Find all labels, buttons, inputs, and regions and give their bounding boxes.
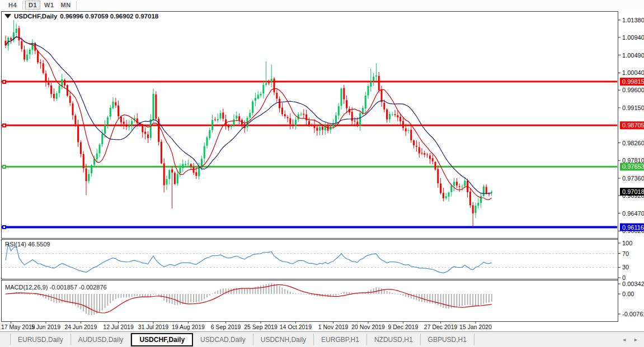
svg-text:25 Sep 2019: 25 Sep 2019 <box>244 324 278 330</box>
svg-text:9 Dec 2019: 9 Dec 2019 <box>388 324 419 330</box>
svg-text:1.00040: 1.00040 <box>622 69 644 76</box>
chart-tab-usdcnh[interactable]: USDCNH,Daily <box>253 334 314 345</box>
mt4-window: H4D1W1MN 1.013801.009401.004901.000400.9… <box>0 0 644 347</box>
timeframe-button-mn[interactable]: MN <box>58 1 74 9</box>
svg-text:1.00940: 1.00940 <box>622 34 644 41</box>
timeframe-button-h4[interactable]: H4 <box>5 1 20 9</box>
chart-tab-usdchf[interactable]: USDCHF,Daily <box>131 333 193 346</box>
timeframe-toolbar: H4D1W1MN <box>0 0 644 11</box>
svg-text:17 May 2019: 17 May 2019 <box>1 324 35 330</box>
svg-text:15 Jan 2020: 15 Jan 2020 <box>459 324 492 330</box>
svg-text:1.01380: 1.01380 <box>622 17 644 23</box>
svg-text:0.98260: 0.98260 <box>622 140 644 146</box>
svg-text:0.96470: 0.96470 <box>622 210 644 217</box>
chart-tab-audusd[interactable]: AUDUSD,Daily <box>71 334 131 345</box>
svg-text:6 Sep 2019: 6 Sep 2019 <box>211 324 241 330</box>
chart-tab-nzdusd[interactable]: NZDUSD,H1 <box>367 334 421 345</box>
chart-shift-icon <box>4 14 11 18</box>
svg-text:100: 100 <box>622 240 632 246</box>
chart-tab-usdcad[interactable]: USDCAD,Daily <box>193 334 253 345</box>
chart-window[interactable]: 1.013801.009401.004901.000400.996000.991… <box>0 10 644 331</box>
chart-tab-eurgbp[interactable]: EURGBP,H1 <box>314 334 367 345</box>
svg-text:27 Dec 2019: 27 Dec 2019 <box>424 324 458 330</box>
svg-text:0.98705: 0.98705 <box>622 122 644 129</box>
symbol-title: USDCHF,Daily <box>14 13 57 20</box>
chart-tab-eurusd[interactable]: EURUSD,Daily <box>10 334 71 345</box>
timeframe-button-d1[interactable]: D1 <box>25 1 40 9</box>
svg-text:31 Jul 2019: 31 Jul 2019 <box>138 324 168 330</box>
macd-indicator-label: MACD(12,26,9) -0.001857 -0.002876 <box>5 284 107 291</box>
chart-tabbar: EURUSD,DailyAUDUSD,DailyUSDCHF,DailyUSDC… <box>0 331 644 347</box>
svg-text:5 Jun 2019: 5 Jun 2019 <box>31 324 60 330</box>
svg-text:1 Nov 2019: 1 Nov 2019 <box>318 324 349 330</box>
svg-text:-0.007615: -0.007615 <box>622 311 644 317</box>
rsi-indicator-label: RSI(14) 46.5509 <box>5 241 50 248</box>
svg-text:0.97653: 0.97653 <box>622 163 644 170</box>
svg-text:0.99815: 0.99815 <box>622 78 644 85</box>
toolbar-separator <box>76 1 77 9</box>
svg-text:19 Aug 2019: 19 Aug 2019 <box>172 324 205 330</box>
svg-text:12 Jul 2019: 12 Jul 2019 <box>103 324 133 330</box>
tabs-scroll-left-icon[interactable]: ◄ <box>622 337 627 343</box>
svg-text:14 Oct 2019: 14 Oct 2019 <box>280 324 312 330</box>
toolbar-separator <box>22 1 23 9</box>
ohlc-values: 0.96996 0.97059 0.96902 0.97018 <box>60 13 158 20</box>
svg-text:0.99600: 0.99600 <box>622 87 644 93</box>
svg-text:70: 70 <box>622 250 629 257</box>
svg-text:24 Jun 2019: 24 Jun 2019 <box>64 324 97 330</box>
price-axis[interactable]: 1.013801.009401.004901.000400.996000.991… <box>618 11 644 321</box>
chart-tab-gbpusd[interactable]: GBPUSD,H1 <box>421 334 474 345</box>
svg-text:0.97018: 0.97018 <box>622 188 644 195</box>
svg-text:30: 30 <box>622 264 629 270</box>
svg-text:0.96116: 0.96116 <box>622 224 644 231</box>
date-axis[interactable]: 17 May 20195 Jun 201924 Jun 201912 Jul 2… <box>1 321 492 330</box>
svg-text:1.00490: 1.00490 <box>622 52 644 59</box>
svg-text:20 Nov 2019: 20 Nov 2019 <box>351 324 385 330</box>
chart-title: USDCHF,Daily 0.96996 0.97059 0.96902 0.9… <box>4 13 158 20</box>
svg-text:0.97360: 0.97360 <box>622 175 644 182</box>
tab-scroll-arrows: ◄► <box>622 337 638 343</box>
tabs-scroll-right-icon[interactable]: ► <box>633 337 638 343</box>
svg-text:0.003428: 0.003428 <box>622 281 644 287</box>
svg-text:0.00: 0.00 <box>622 291 634 297</box>
svg-text:0.99150: 0.99150 <box>622 104 644 111</box>
timeframe-button-w1[interactable]: W1 <box>41 1 57 9</box>
